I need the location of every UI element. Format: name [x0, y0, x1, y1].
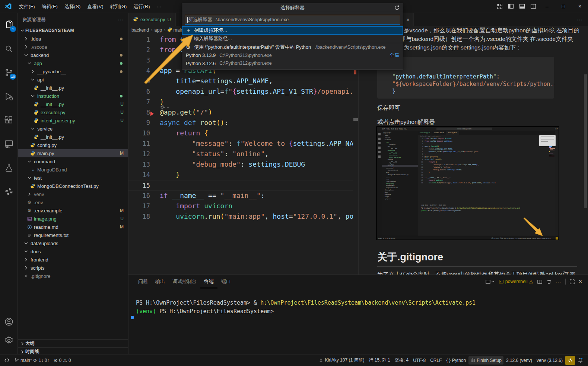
tree-item-.vscode[interactable]: .vscode — [18, 43, 128, 51]
tree-item-command[interactable]: command — [18, 157, 128, 166]
tree-item-intent_parser.py[interactable]: intent_parser.pyU — [18, 116, 128, 125]
panel-tab-问题[interactable]: 问题 — [134, 275, 152, 288]
toggle-secondary-sidebar-icon[interactable] — [528, 0, 539, 13]
quickpick-item-default-path[interactable]: ⚙ 使用 \"python.defaultInterpreterPath\" 设… — [182, 43, 403, 51]
eol-item[interactable]: CRLF — [428, 356, 444, 365]
run-debug-icon[interactable] — [0, 87, 18, 105]
tree-item-.idea[interactable]: .idea — [18, 35, 128, 43]
remote-indicator-icon[interactable] — [2, 356, 12, 365]
git-branch-item[interactable]: main* ⟳ 1↓ 0↑ — [12, 356, 51, 365]
tree-item-__init__.py[interactable]: __init__.py — [18, 133, 128, 141]
tree-item-venv[interactable]: venv — [18, 190, 128, 198]
blame-author-item[interactable]: KiriAky 107 (1 周前) — [317, 356, 366, 365]
tree-item-test[interactable]: test — [18, 174, 128, 182]
toggle-sidebar-icon[interactable] — [505, 0, 517, 13]
panel-tab-调试控制台[interactable]: 调试控制台 — [169, 275, 200, 288]
tree-item-MongoDB.md[interactable]: MongoDB.md — [18, 166, 128, 174]
tree-item-config.py[interactable]: config.py — [18, 141, 128, 149]
encoding-item[interactable]: UTF-8 — [411, 356, 428, 365]
testing-icon[interactable] — [0, 159, 18, 177]
account-icon[interactable] — [0, 313, 18, 331]
finish-setup-item[interactable]: Finish Setup — [468, 356, 503, 365]
close-button[interactable]: × — [572, 0, 588, 13]
preview-scrollbar[interactable] — [584, 74, 587, 208]
close-icon[interactable]: × — [403, 16, 413, 23]
tab-executor-py[interactable]: executor.py U — [128, 13, 176, 26]
outline-section[interactable]: 大纲 — [18, 339, 128, 347]
tree-item-datauploads[interactable]: data\uploads — [18, 239, 128, 247]
tree-item-api[interactable]: api — [18, 76, 128, 84]
tree-item-__pycache__[interactable]: __pycache__ — [18, 67, 128, 76]
kill-terminal-icon[interactable] — [546, 279, 552, 285]
explorer-icon[interactable]: 1 — [0, 16, 18, 34]
panel-tab-输出[interactable]: 输出 — [152, 275, 169, 288]
panel-more-icon[interactable]: ··· — [556, 279, 562, 285]
notifications-bell-icon[interactable] — [576, 356, 585, 365]
ai-assistant-icon[interactable] — [0, 183, 18, 200]
terminal-output[interactable]: PS H:\OwnProject\FilesReadSysteam> & h:\… — [128, 288, 588, 316]
code-editor[interactable]: 1from fastapi import FastAPI2from config… — [128, 34, 353, 274]
customize-layout-icon[interactable] — [494, 0, 505, 13]
quickpick-input[interactable]: 所选解释器: .\backend\venv\Scripts\python.exe — [185, 15, 400, 25]
breadcrumb-item[interactable]: backend — [131, 28, 149, 33]
scrollbar-handle[interactable] — [353, 118, 358, 121]
terminal-instance[interactable]: powershell ⚠ — [499, 279, 533, 285]
tree-item-backend[interactable]: backend — [18, 51, 128, 59]
indent-item[interactable]: 空格: 4 — [393, 356, 410, 365]
tree-item-docs[interactable]: docs — [18, 247, 128, 256]
close-panel-icon[interactable]: × — [579, 278, 582, 285]
settings-gear-icon[interactable] — [0, 331, 18, 349]
quickpick-item-python3126[interactable]: Python 3.12.6 C:\Python312\python.exe — [182, 59, 403, 67]
menu-选择(S)[interactable]: 选择(S) — [61, 0, 84, 13]
language-item[interactable]: { } Python — [444, 356, 468, 365]
tree-item-frontend[interactable]: frontend — [18, 256, 128, 264]
explorer-more-icon[interactable]: ··· — [118, 17, 124, 22]
tree-item-executor.py[interactable]: executor.pyU — [18, 108, 128, 116]
panel-tab-终端[interactable]: 终端 — [200, 275, 217, 288]
maximize-button[interactable]: □ — [555, 0, 572, 13]
quickpick-item-enter-path[interactable]: 输入解释器路径... — [182, 35, 403, 43]
python-version-item[interactable]: 3.12.6 (venv) — [504, 356, 534, 365]
menu-编辑(E)[interactable]: 编辑(E) — [38, 0, 61, 13]
tree-item-readme.md[interactable]: readme.mdM — [18, 223, 128, 231]
tree-item-.gitignore[interactable]: .gitignore — [18, 272, 128, 280]
tree-item-scripts[interactable]: scripts — [18, 264, 128, 272]
tree-item-.env[interactable]: ⚙.env — [18, 198, 128, 206]
split-terminal-icon[interactable] — [537, 279, 543, 285]
menu-文件(F)[interactable]: 文件(F) — [16, 0, 38, 13]
maximize-panel-icon[interactable] — [569, 279, 575, 285]
refresh-icon[interactable] — [394, 5, 400, 12]
tree-item-service[interactable]: service — [18, 125, 128, 133]
panel-tab-端口[interactable]: 端口 — [217, 275, 235, 288]
quickpick-item-create-venv[interactable]: ＋ 创建虚拟环境... — [182, 26, 403, 35]
quickpick-item-python3139[interactable]: Python 3.13.9 C:\Python313\python.exe 全局 — [182, 51, 403, 59]
launch-profile-icon[interactable] — [485, 279, 495, 285]
tree-item-instruction[interactable]: instruction — [18, 92, 128, 100]
tree-item-main.py[interactable]: main.pyM — [18, 149, 128, 157]
search-icon[interactable] — [0, 40, 18, 58]
toggle-panel-icon[interactable] — [517, 0, 528, 13]
inline-ai-widget[interactable] — [160, 105, 170, 110]
source-control-icon[interactable]: 10 — [0, 64, 18, 81]
tree-item-requirements.txt[interactable]: requirements.txt — [18, 231, 128, 239]
minimize-button[interactable]: – — [539, 0, 555, 13]
ai-extension-icon[interactable] — [565, 356, 575, 365]
menu-运行(R)[interactable]: 运行(R) — [130, 0, 153, 13]
tree-root[interactable]: FILESREADSYSTEAM — [18, 26, 128, 35]
menu-转到(G)[interactable]: 转到(G) — [107, 0, 130, 13]
tree-item-.env.example[interactable]: ⚙.env.exampleM — [18, 206, 128, 215]
line-col-item[interactable]: 行 15, 列 1 — [367, 356, 392, 365]
tree-item-__init__.py[interactable]: __init__.pyU — [18, 100, 128, 108]
venv-item[interactable]: venv (3.12.6) — [535, 356, 565, 365]
tree-item-MongoDBConnectionTest.py[interactable]: MongoDBConnectionTest.py — [18, 182, 128, 190]
remote-explorer-icon[interactable] — [0, 135, 18, 153]
tree-item-app[interactable]: app — [18, 59, 128, 67]
tree-item-__init__.py[interactable]: __init__.py — [18, 84, 128, 92]
global-link[interactable]: 全局 — [390, 52, 399, 59]
tree-item-image.png[interactable]: image.pngU — [18, 215, 128, 223]
problems-item[interactable]: ⊗0 ⚠0 — [52, 356, 73, 365]
extensions-icon[interactable] — [0, 111, 18, 129]
menu-查看(V)[interactable]: 查看(V) — [84, 0, 107, 13]
menu-more[interactable]: ··· — [153, 0, 165, 13]
breadcrumb-item[interactable]: app — [154, 28, 162, 33]
